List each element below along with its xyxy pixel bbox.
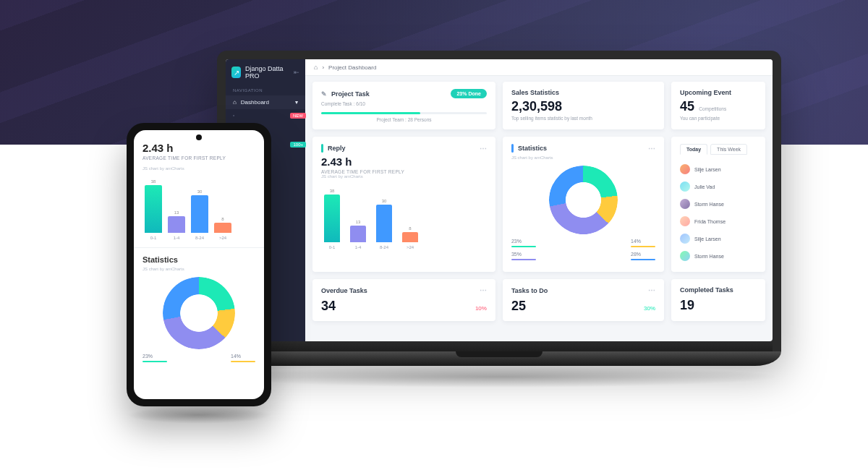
accent-bar — [321, 144, 323, 153]
brand[interactable]: ↗ Django Datta PRO ⇤ — [226, 59, 305, 85]
card-title: Reply — [328, 145, 346, 152]
sidebar-item-placeholder-1[interactable]: ▫ NEW — [226, 109, 305, 121]
bar-value: 30 — [382, 199, 387, 203]
chart-credit: JS chart by amCharts — [511, 155, 655, 160]
bar-label: 1-4 — [355, 245, 362, 249]
brand-icon: ↗ — [231, 67, 241, 78]
bar-label: 8-24 — [195, 236, 204, 240]
legend-b: 14% — [231, 354, 241, 359]
bar-value: 38 — [330, 189, 335, 193]
card-title: Project Task — [331, 90, 370, 98]
bar — [145, 185, 162, 234]
events-value: 45 — [680, 99, 694, 114]
brand-label: Django Datta PRO — [245, 65, 289, 80]
people-row[interactable]: Silje Larsen — [680, 161, 757, 178]
card-title: Completed Tasks — [680, 286, 733, 294]
crumb-current: Project Dashboard — [328, 64, 376, 71]
chart-credit: JS chart by amCharts — [142, 267, 255, 271]
phone-donut-chart — [163, 277, 235, 349]
home-icon[interactable]: ⌂ — [314, 64, 318, 71]
task-team-text: Project Team : 28 Persons — [321, 117, 487, 122]
crumb-sep: › — [322, 64, 324, 71]
tab-today[interactable]: Today — [680, 144, 707, 155]
people-row[interactable]: Silje Larsen — [680, 230, 757, 247]
overdue-value: 34 — [321, 299, 336, 314]
people-row[interactable]: Frida Thomse — [680, 213, 757, 230]
home-icon: ⌂ — [233, 99, 237, 106]
phone-camera — [196, 134, 202, 140]
bar — [402, 232, 418, 242]
progress-track — [321, 112, 487, 114]
todo-delta: 30% — [644, 305, 655, 312]
card-project-task: ✎ Project Task 23% Done Complete Task : … — [312, 82, 495, 129]
collapse-icon[interactable]: ⇤ — [294, 69, 299, 76]
card-more-icon[interactable]: ⋯ — [480, 145, 487, 153]
bar-label: >24 — [407, 245, 414, 249]
bar-column: 8>24 — [215, 217, 231, 240]
bar — [350, 226, 366, 242]
edit-icon: ✎ — [321, 90, 327, 98]
todo-value: 25 — [511, 299, 526, 314]
sales-sub: Top selling items statistic by last mont… — [511, 116, 655, 121]
person-name: Storm Hanse — [694, 254, 724, 259]
person-name: Frida Thomse — [694, 219, 726, 224]
card-completed: Completed Tasks 19 — [671, 279, 765, 321]
card-sales: Sales Statistics 2,30,598 Top selling it… — [503, 82, 664, 129]
tab-week[interactable]: This Week — [710, 144, 747, 155]
bar-label: 1-4 — [174, 236, 180, 240]
sidebar-section-label: NAVIGATION — [226, 85, 305, 95]
bar-label: 8-24 — [380, 245, 388, 249]
breadcrumb: ⌂ › Project Dashboard — [305, 59, 773, 76]
card-reply: Reply ⋯ 2.43 h AVERAGE TIME FOR FIRST RE… — [312, 137, 495, 272]
card-more-icon[interactable]: ⋯ — [480, 286, 487, 294]
avatar — [680, 234, 690, 244]
bar-value: 8 — [409, 226, 411, 231]
bar-label: 0-1 — [329, 245, 336, 249]
bar-value: 13 — [174, 210, 179, 215]
card-title: Upcoming Event — [680, 89, 731, 96]
phone-reply-caption: AVERAGE TIME FOR FIRST REPLY — [142, 155, 255, 161]
bar — [191, 195, 208, 234]
bar-column: 131-4 — [169, 210, 184, 240]
card-title: Tasks to Do — [511, 287, 548, 294]
bar-column: 380-1 — [324, 189, 340, 250]
people-list: Silje LarsenJulie VadStorm HanseFrida Th… — [680, 161, 757, 265]
bar — [168, 216, 185, 233]
card-title: Overdue Tasks — [321, 287, 367, 294]
badge-new: NEW — [290, 113, 306, 119]
bar-column: 8>24 — [402, 226, 418, 249]
phone-reply-value: 2.43 h — [142, 142, 255, 154]
overdue-delta: 10% — [475, 305, 487, 312]
person-name: Silje Larsen — [694, 236, 721, 242]
events-sub-strong: Competitions — [699, 106, 726, 111]
reply-sub: AVERAGE TIME FOR FIRST REPLY — [321, 169, 487, 174]
sidebar-item-label: Dashboard — [241, 99, 269, 106]
legend-a: 23% — [511, 239, 522, 244]
bar — [324, 195, 340, 243]
app-main: ⌂ › Project Dashboard ✎ Project Task 23%… — [305, 59, 773, 341]
chart-credit: JS chart by amCharts — [321, 174, 487, 179]
legend-c: 35% — [511, 252, 522, 257]
progress-badge: 23% Done — [451, 89, 486, 98]
completed-value: 19 — [680, 298, 757, 313]
card-more-icon[interactable]: ⋯ — [648, 145, 655, 153]
card-more-icon[interactable]: ⋯ — [648, 286, 655, 294]
person-name: Storm Hanse — [694, 202, 724, 207]
bar-label: 0-1 — [150, 236, 157, 240]
accent-bar — [511, 144, 514, 153]
people-row[interactable]: Storm Hanse — [680, 247, 757, 265]
phone-bar-chart: 380-1131-4308-248>24 — [142, 176, 255, 240]
bar-label: >24 — [219, 236, 226, 240]
sales-value: 2,30,598 — [511, 99, 655, 114]
legend-a: 23% — [142, 354, 153, 359]
card-title: Sales Statistics — [511, 89, 559, 96]
card-statistics: Statistics ⋯ JS chart by amCharts 23% 14… — [503, 137, 664, 272]
sidebar-item-dashboard[interactable]: ⌂ Dashboard ▾ — [226, 95, 305, 109]
bar-value: 30 — [197, 189, 203, 194]
bar-value: 8 — [221, 217, 224, 221]
avatar — [680, 181, 690, 192]
events-sub: You can participate — [680, 116, 757, 121]
avatar — [680, 216, 690, 226]
people-row[interactable]: Julie Vad — [680, 178, 757, 195]
people-row[interactable]: Storm Hanse — [680, 195, 757, 213]
